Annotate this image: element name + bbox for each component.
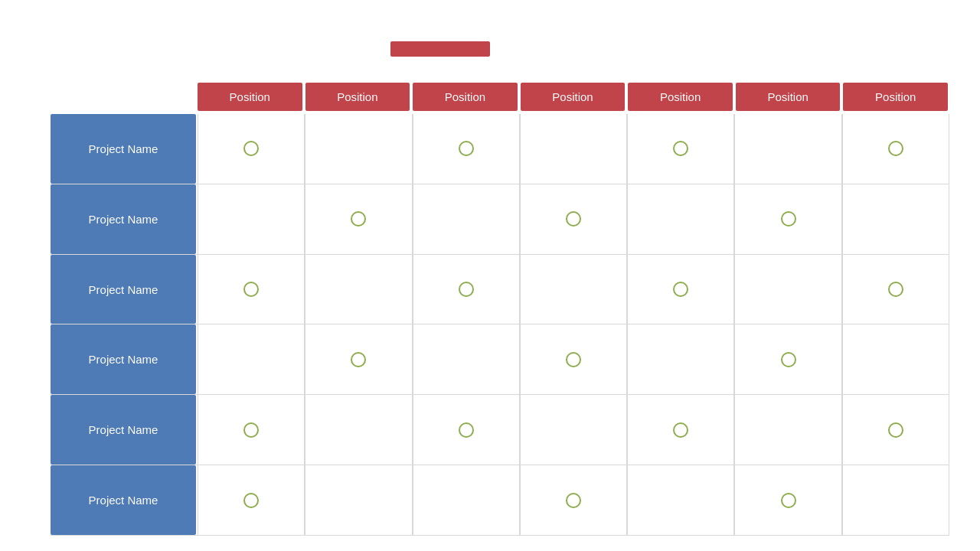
grid-cell-3-3 — [520, 324, 627, 394]
grid-cell-1-6 — [842, 184, 949, 254]
grid-cell-0-2 — [413, 114, 520, 184]
position-cell-5: Position — [736, 83, 841, 111]
grid-cell-2-0 — [198, 255, 305, 324]
dot-5-3 — [566, 493, 581, 508]
dot-3-5 — [781, 352, 796, 367]
grid-cell-3-1 — [305, 324, 412, 394]
grid-cell-4-0 — [198, 395, 305, 465]
grid-cell-1-1 — [305, 184, 412, 254]
grid-cell-4-5 — [734, 395, 841, 465]
grid-cell-5-1 — [305, 465, 412, 535]
horizontal-label — [31, 83, 47, 536]
grid-cell-1-0 — [198, 184, 305, 254]
grid-cell-3-5 — [734, 324, 841, 394]
position-cell-3: Position — [521, 83, 626, 111]
grid-cell-0-1 — [305, 114, 412, 184]
project-label-5: Project Name — [51, 465, 196, 535]
dot-4-6 — [888, 422, 903, 438]
project-label-2: Project Name — [51, 255, 196, 324]
grid-cell-3-2 — [413, 324, 520, 394]
grid-cells-5 — [198, 465, 949, 535]
positions-row: PositionPositionPositionPositionPosition… — [196, 83, 949, 111]
position-cell-2: Position — [413, 83, 518, 111]
grid-cell-1-2 — [413, 184, 520, 254]
grid-row-1: Project Name — [51, 184, 949, 255]
dot-4-2 — [459, 422, 474, 438]
grid-cell-5-3 — [520, 465, 627, 535]
dot-5-5 — [781, 493, 796, 508]
grid-cell-5-5 — [734, 465, 841, 535]
project-label-3: Project Name — [51, 324, 196, 394]
grid-cell-2-1 — [305, 255, 412, 324]
dot-2-2 — [459, 282, 474, 297]
grid-body: Project NameProject NameProject NameProj… — [51, 114, 949, 536]
position-cell-1: Position — [305, 83, 410, 111]
grid-cell-2-6 — [842, 255, 949, 324]
dot-2-0 — [243, 282, 259, 297]
dot-5-0 — [243, 493, 259, 508]
project-label-0: Project Name — [51, 114, 196, 184]
grid-cell-3-4 — [627, 324, 734, 394]
grid-row-4: Project Name — [51, 395, 949, 465]
dot-1-3 — [566, 211, 581, 227]
grid-cell-4-3 — [520, 395, 627, 465]
grid-cell-4-2 — [413, 395, 520, 465]
chart-area: PositionPositionPositionPositionPosition… — [31, 41, 949, 536]
grid-row-5: Project Name — [51, 465, 949, 536]
grid-cell-4-6 — [842, 395, 949, 465]
grid-cell-5-4 — [627, 465, 734, 535]
grid-row-0: Project Name — [51, 114, 949, 184]
matrix-inner: PositionPositionPositionPositionPosition… — [51, 83, 949, 536]
grid-cell-3-0 — [198, 324, 305, 394]
grid-cells-1 — [198, 184, 949, 254]
position-cell-6: Position — [843, 83, 948, 111]
grid-cell-0-5 — [734, 114, 841, 184]
grid-cell-2-2 — [413, 255, 520, 324]
grid-cell-5-6 — [842, 465, 949, 535]
grid-cells-3 — [198, 324, 949, 394]
grid-cell-2-3 — [520, 255, 627, 324]
dot-3-3 — [566, 352, 581, 367]
grid-cell-3-6 — [842, 324, 949, 394]
grid-cells-0 — [198, 114, 949, 184]
grid-cell-0-3 — [520, 114, 627, 184]
grid-cells-4 — [198, 395, 949, 465]
grid-cell-5-2 — [413, 465, 520, 535]
president-row — [31, 41, 949, 80]
dot-4-0 — [243, 422, 259, 438]
grid-cell-4-4 — [627, 395, 734, 465]
grid-cells-2 — [198, 255, 949, 324]
dot-0-2 — [459, 141, 474, 156]
grid-cell-1-4 — [627, 184, 734, 254]
president-box — [390, 41, 490, 57]
matrix-wrapper: PositionPositionPositionPositionPosition… — [31, 83, 949, 536]
dot-3-1 — [351, 352, 366, 367]
dot-0-4 — [673, 141, 688, 156]
grid-cell-2-5 — [734, 255, 841, 324]
grid-row-2: Project Name — [51, 255, 949, 325]
project-label-1: Project Name — [51, 184, 196, 254]
grid-cell-1-5 — [734, 184, 841, 254]
grid-cell-5-0 — [198, 465, 305, 535]
grid-cell-0-0 — [198, 114, 305, 184]
project-label-4: Project Name — [51, 395, 196, 465]
dot-0-0 — [243, 141, 259, 156]
grid-cell-4-1 — [305, 395, 412, 465]
position-cell-0: Position — [198, 83, 302, 111]
dot-1-5 — [781, 211, 796, 227]
dot-4-4 — [673, 422, 688, 438]
dot-2-4 — [673, 282, 688, 297]
grid-cell-0-4 — [627, 114, 734, 184]
grid-cell-0-6 — [842, 114, 949, 184]
dot-2-6 — [888, 282, 903, 297]
dot-0-6 — [888, 141, 903, 156]
grid-cell-2-4 — [627, 255, 734, 324]
dot-1-1 — [351, 211, 366, 227]
position-cell-4: Position — [628, 83, 733, 111]
page: PositionPositionPositionPositionPosition… — [0, 0, 980, 551]
grid-cell-1-3 — [520, 184, 627, 254]
grid-row-3: Project Name — [51, 324, 949, 395]
